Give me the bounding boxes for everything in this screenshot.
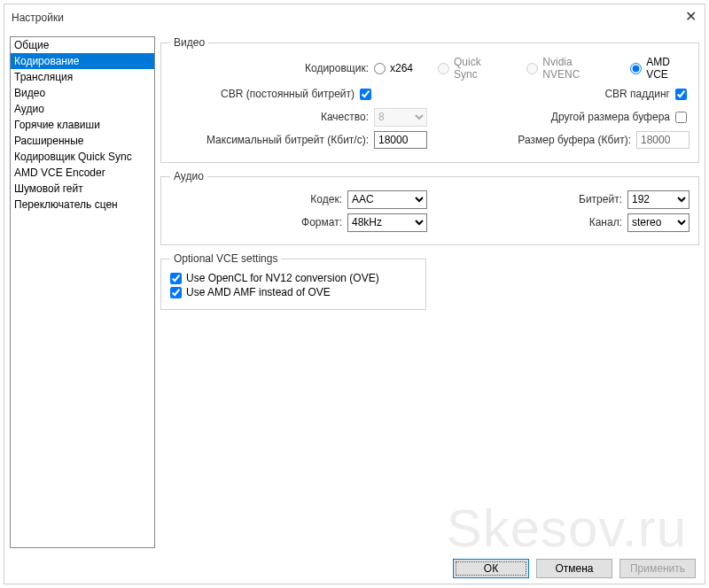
encoder-x264[interactable]: x264 (374, 62, 413, 74)
bitrate-label: Битрейт: (579, 193, 627, 205)
cbr-padding-label: CBR паддинг (604, 88, 675, 100)
custom-buffer-checkbox[interactable] (675, 112, 687, 123)
opencl-label[interactable]: Use OpenCL for NV12 conversion (OVE) (186, 272, 379, 284)
category-sidebar[interactable]: Общие Кодирование Трансляция Видео Аудио… (10, 36, 155, 548)
window-title: Настройки (12, 12, 64, 24)
sidebar-item-audio[interactable]: Аудио (11, 101, 154, 117)
settings-dialog: Настройки ✕ Общие Кодирование Трансляция… (4, 4, 705, 584)
titlebar: Настройки ✕ (4, 4, 705, 31)
video-group: Видео Кодировщик: x264 Quick Sync Nvidia… (160, 36, 699, 163)
amf-label[interactable]: Use AMD AMF instead of OVE (186, 286, 331, 298)
sidebar-item-noisegate[interactable]: Шумовой гейт (11, 181, 154, 197)
buffer-size-input (636, 131, 690, 149)
max-bitrate-label: Максимальный битрейт (Кбит/с): (206, 134, 374, 146)
vce-group: Optional VCE settings Use OpenCL for NV1… (160, 252, 426, 310)
sidebar-item-scene-switcher[interactable]: Переключатель сцен (11, 197, 154, 213)
cbr-checkbox[interactable] (360, 89, 371, 100)
sidebar-item-quicksync[interactable]: Кодировщик Quick Sync (11, 149, 154, 165)
cbr-label: CBR (постоянный битрейт) (221, 88, 360, 100)
amf-checkbox[interactable] (170, 287, 182, 298)
encoder-nvenc: Nvidia NVENC (526, 56, 605, 81)
sidebar-item-video[interactable]: Видео (11, 85, 154, 101)
cancel-button[interactable]: Отмена (536, 559, 612, 578)
sidebar-item-encoding[interactable]: Кодирование (11, 53, 154, 69)
audio-group: Аудио Кодек: AAC Битрейт: 192 Формат: (160, 170, 699, 245)
close-icon[interactable]: ✕ (682, 8, 699, 25)
sidebar-item-broadcast[interactable]: Трансляция (11, 69, 154, 85)
quality-label: Качество: (321, 111, 374, 123)
dialog-buttons: ОК Отмена Применить (4, 553, 705, 584)
apply-button: Применить (619, 559, 696, 578)
quality-select: 8 (374, 108, 427, 127)
encoder-quicksync: Quick Sync (438, 56, 502, 81)
custom-buffer-label: Другой размера буфера (551, 111, 675, 123)
sidebar-item-advanced[interactable]: Расширенные (11, 133, 154, 149)
opencl-checkbox[interactable] (170, 273, 182, 284)
sidebar-item-amdvce[interactable]: AMD VCE Encoder (11, 165, 154, 181)
channel-label: Канал: (589, 216, 627, 228)
audio-legend: Аудио (170, 170, 207, 182)
codec-label: Кодек: (310, 193, 347, 205)
channel-select[interactable]: stereo (627, 213, 690, 232)
sidebar-item-general[interactable]: Общие (11, 37, 154, 53)
vce-legend: Optional VCE settings (170, 252, 281, 265)
codec-select[interactable]: AAC (347, 190, 427, 209)
video-legend: Видео (170, 36, 208, 49)
bitrate-select[interactable]: 192 (627, 190, 690, 209)
settings-content: Видео Кодировщик: x264 Quick Sync Nvidia… (160, 36, 699, 548)
max-bitrate-input[interactable] (374, 131, 427, 149)
encoder-label: Кодировщик: (305, 62, 374, 74)
sidebar-item-hotkeys[interactable]: Горячие клавиши (11, 117, 154, 133)
format-label: Формат: (301, 216, 347, 228)
format-select[interactable]: 48kHz (347, 213, 427, 232)
buffer-size-label: Размер буфера (Кбит): (518, 134, 636, 146)
ok-button[interactable]: ОК (453, 559, 529, 578)
cbr-padding-checkbox[interactable] (675, 89, 687, 100)
encoder-amdvce[interactable]: AMD VCE (630, 56, 690, 81)
